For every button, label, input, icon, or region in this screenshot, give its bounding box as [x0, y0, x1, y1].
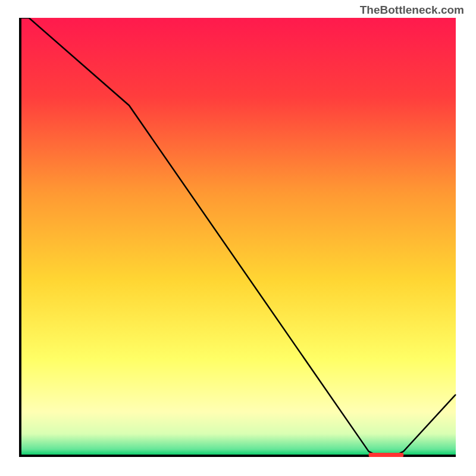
watermark-text: TheBottleneck.com	[360, 4, 464, 17]
optimal-marker	[369, 453, 404, 457]
gradient-background	[20, 18, 456, 456]
bottleneck-chart	[18, 18, 458, 458]
